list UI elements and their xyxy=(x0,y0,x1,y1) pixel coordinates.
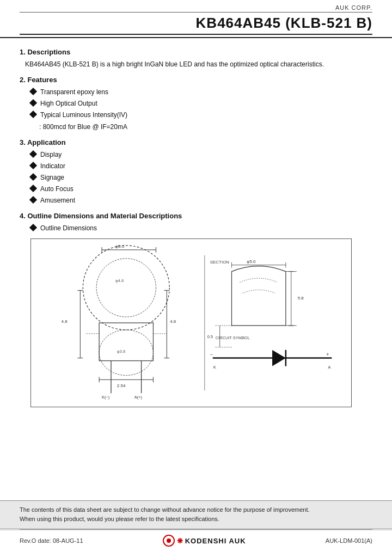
features-list: Transparent epoxy lens High Optical Outp… xyxy=(30,87,372,120)
logo-inner-icon xyxy=(167,538,171,543)
bullet-diamond xyxy=(29,173,37,181)
svg-rect-2 xyxy=(99,323,153,361)
svg-text:A(+): A(+) xyxy=(134,395,143,400)
header: AUK CORP. KB464AB45 (KLB-521 B) xyxy=(0,0,392,38)
svg-text:φ5.0: φ5.0 xyxy=(247,259,256,264)
svg-point-3 xyxy=(99,330,153,375)
svg-marker-42 xyxy=(272,350,286,366)
svg-text:CIRCUIT SYMBOL: CIRCUIT SYMBOL xyxy=(216,335,250,340)
svg-text:5.8: 5.8 xyxy=(298,296,304,301)
svg-text:4.8: 4.8 xyxy=(170,319,176,324)
bullet-diamond xyxy=(29,196,37,204)
section-application-title: 3. Application xyxy=(20,138,372,146)
application-list: Display Indicator Signage Auto Focus Amu… xyxy=(30,150,372,205)
logo-circle-icon xyxy=(163,535,175,547)
list-item: Indicator xyxy=(30,161,372,171)
bullet-diamond xyxy=(29,99,37,107)
doc-number: AUK-LDM-001(A) xyxy=(326,537,372,544)
bullet-diamond xyxy=(29,185,37,192)
list-item: Display xyxy=(30,150,372,160)
bullet-diamond xyxy=(29,88,37,95)
description-text: KB464AB45 (KLB-521 B) is a high bright I… xyxy=(25,59,372,69)
footer-bottom: Rev.O date: 08-AUG-11 ❋ KODENSHI AUK AUK… xyxy=(0,530,392,551)
notice-line1: The contents of this data sheet are subj… xyxy=(20,505,372,515)
bullet-diamond xyxy=(29,224,37,231)
list-item: Amusement xyxy=(30,195,372,205)
svg-text:K: K xyxy=(213,365,217,370)
section-descriptions-title: 1. Descriptions xyxy=(20,48,372,56)
outline-list: Outline Dimensions xyxy=(30,223,372,233)
footer-notice: The contents of this data sheet are subj… xyxy=(0,500,392,529)
svg-text:SECTION: SECTION xyxy=(210,260,230,265)
svg-text:−: − xyxy=(210,352,213,357)
section-features-title: 2. Features xyxy=(20,76,372,84)
svg-text:φ3.8: φ3.8 xyxy=(117,349,125,354)
list-item: High Optical Output xyxy=(30,99,372,108)
svg-text:4.8: 4.8 xyxy=(62,319,68,324)
bullet-diamond xyxy=(29,162,37,169)
features-sub-item: : 800mcd for Blue @ IF=20mA xyxy=(39,122,372,132)
logo-text: KODENSHI AUK xyxy=(185,537,246,545)
notice-line2: When using this product, would you pleas… xyxy=(20,515,372,524)
svg-text:0.5: 0.5 xyxy=(207,334,213,339)
section-outline-title: 4. Outline Dimensions and Material Descr… xyxy=(20,212,372,220)
svg-point-0 xyxy=(83,246,169,330)
product-title: KB464AB45 (KLB-521 B) xyxy=(20,14,372,34)
svg-point-1 xyxy=(96,259,156,317)
logo-area: ❋ KODENSHI AUK xyxy=(163,535,246,547)
page: AUK CORP. KB464AB45 (KLB-521 B) 1. Descr… xyxy=(0,0,392,551)
list-item: Signage xyxy=(30,173,372,182)
svg-text:2.54: 2.54 xyxy=(117,383,126,388)
logo-k: ❋ xyxy=(177,537,183,545)
bullet-diamond xyxy=(29,111,37,118)
svg-text:A: A xyxy=(328,365,331,370)
rev-date: Rev.O date: 08-AUG-11 xyxy=(20,537,83,544)
bullet-diamond xyxy=(29,150,37,158)
svg-text:+: + xyxy=(326,352,329,357)
list-item: Outline Dimensions xyxy=(30,223,372,233)
diagram-box: φ5.0 4.8 4.8 2.54 K(−) A(+) xyxy=(30,238,352,407)
company-name: AUK CORP. xyxy=(20,4,372,12)
svg-text:K(−): K(−) xyxy=(102,395,110,400)
list-item: Transparent epoxy lens xyxy=(30,87,372,97)
list-item: Typical Luminous Intensity(IV) xyxy=(30,110,372,120)
svg-text:φ5.0: φ5.0 xyxy=(115,244,125,249)
list-item: Auto Focus xyxy=(30,184,372,194)
svg-text:φ4.8: φ4.8 xyxy=(115,278,124,283)
outline-diagram: φ5.0 4.8 4.8 2.54 K(−) A(+) xyxy=(31,239,351,407)
content: 1. Descriptions KB464AB45 (KLB-521 B) is… xyxy=(0,38,392,459)
